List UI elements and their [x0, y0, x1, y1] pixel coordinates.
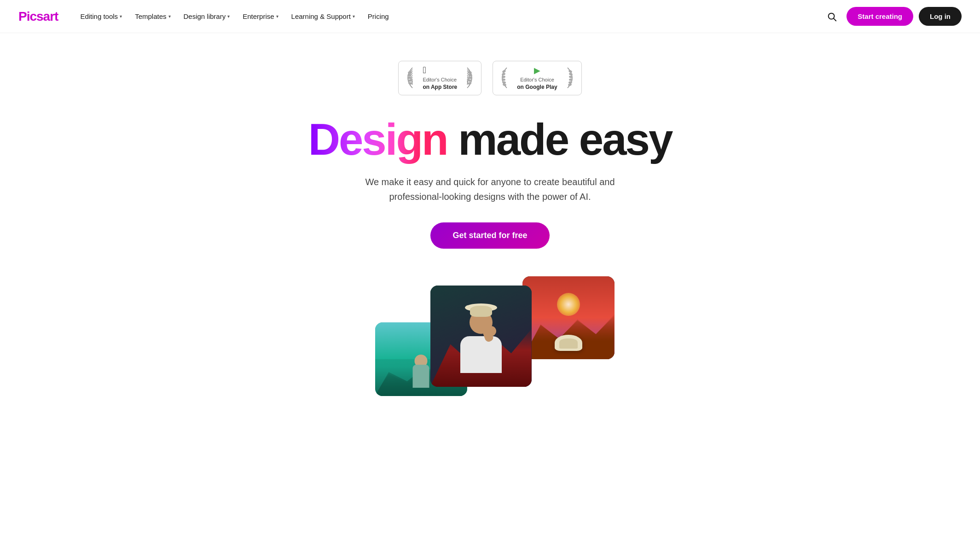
nav-item-enterprise[interactable]: Enterprise ▾: [237, 9, 284, 24]
laurel-left-icon-gp: [500, 67, 513, 89]
svg-point-23: [568, 83, 572, 87]
nav-label-templates: Templates: [135, 12, 166, 20]
nav-label-editing-tools: Editing tools: [80, 12, 118, 20]
hero-section:  Editor's Choice on App Store: [0, 33, 980, 414]
navbar-right: Start creating Log in: [823, 7, 962, 26]
laurel-left-icon: [406, 67, 419, 89]
svg-point-17: [503, 83, 507, 87]
laurel-right-icon-gp: [561, 67, 574, 89]
navbar-left: Picsart Editing tools ▾ Templates ▾ Desi…: [18, 9, 394, 24]
svg-point-12: [502, 70, 506, 73]
navbar: Picsart Editing tools ▾ Templates ▾ Desi…: [0, 0, 980, 33]
app-store-badge:  Editor's Choice on App Store: [398, 61, 481, 95]
chevron-down-icon: ▾: [227, 14, 230, 19]
search-icon: [827, 12, 837, 22]
google-play-badge-line2: on Google Play: [517, 84, 557, 91]
login-button[interactable]: Log in: [919, 7, 962, 26]
chevron-down-icon: ▾: [168, 14, 171, 19]
nav-links: Editing tools ▾ Templates ▾ Design libra…: [75, 9, 394, 24]
nav-label-enterprise: Enterprise: [243, 12, 274, 20]
chevron-down-icon: ▾: [353, 14, 355, 19]
nav-item-pricing[interactable]: Pricing: [362, 9, 394, 24]
image-cards-container: [384, 276, 596, 396]
start-creating-button[interactable]: Start creating: [847, 7, 913, 26]
google-play-badge-line1: Editor's Choice: [520, 76, 554, 83]
chevron-down-icon: ▾: [120, 14, 122, 19]
app-store-badge-line1: Editor's Choice: [423, 76, 457, 83]
laurel-right-icon: [461, 67, 474, 89]
search-button[interactable]: [823, 7, 841, 26]
hero-headline: Design made easy: [308, 117, 672, 162]
headline-word-design: Design: [308, 115, 447, 164]
nav-item-editing-tools[interactable]: Editing tools ▾: [75, 9, 128, 24]
nav-label-pricing: Pricing: [368, 12, 389, 20]
chevron-down-icon: ▾: [276, 14, 278, 19]
app-store-icon: : [423, 65, 426, 76]
google-play-badge: ▶ Editor's Choice on Google Play: [493, 61, 581, 95]
nav-label-learning-support: Learning & Support: [291, 12, 351, 20]
svg-line-1: [834, 18, 836, 21]
nav-label-design-library: Design library: [184, 12, 226, 20]
image-card-front: [430, 286, 532, 387]
headline-word-rest: made easy: [447, 115, 672, 164]
app-store-badge-line2: on App Store: [423, 84, 457, 91]
nav-item-design-library[interactable]: Design library ▾: [178, 9, 236, 24]
hero-images: [9, 276, 971, 396]
nav-item-learning-support[interactable]: Learning & Support ▾: [286, 9, 360, 24]
get-started-button[interactable]: Get started for free: [430, 222, 549, 249]
logo[interactable]: Picsart: [18, 9, 58, 24]
nav-item-templates[interactable]: Templates ▾: [129, 9, 176, 24]
awards-badges:  Editor's Choice on App Store: [398, 61, 581, 95]
svg-point-15: [502, 79, 505, 81]
image-card-back-right: [522, 276, 615, 359]
hero-subtext: We make it easy and quick for anyone to …: [352, 175, 628, 204]
google-play-icon: ▶: [534, 65, 540, 76]
